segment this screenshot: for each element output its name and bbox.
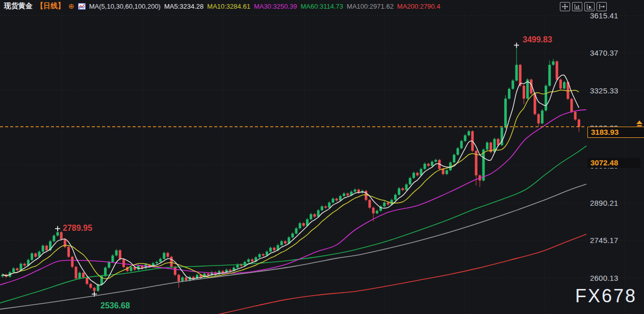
- fx678-watermark: FX678: [575, 285, 637, 307]
- y-axis-label: 2890.21: [590, 199, 631, 207]
- y-axis-label: 2600.13: [590, 274, 631, 282]
- ma10-value: MA10:3284.61: [207, 3, 250, 10]
- ma5-value: MA5:3234.28: [164, 3, 203, 10]
- axis-bars-icon[interactable]: [572, 2, 582, 11]
- extreme-price-annotation: 3499.83: [523, 35, 552, 44]
- ma-settings-label: MA(5,10,30,60,100,200): [89, 3, 161, 10]
- ma10-line: [3, 90, 579, 278]
- chart-header: 现货黄金 【日线】 ⊕ MA(5,10,30,60,100,200) MA5:3…: [0, 0, 644, 12]
- ma100-value: MA100:2971.62: [347, 3, 394, 10]
- y-axis-label: 3615.41: [590, 11, 631, 20]
- mini-chart-icon[interactable]: [78, 3, 86, 10]
- extreme-price-annotation: 2789.95: [63, 224, 92, 232]
- extreme-price-annotation: 2536.68: [100, 301, 130, 310]
- ma60-value: MA60:3114.73: [300, 3, 343, 10]
- ma200-line: [218, 234, 586, 314]
- y-axis-label: 3470.37: [590, 49, 631, 57]
- price-alert-icon[interactable]: [635, 119, 643, 129]
- axis-play-icon[interactable]: [584, 2, 595, 11]
- ma30-value: MA30:3250.39: [254, 3, 297, 10]
- candlestick-chart[interactable]: 3499.832789.952536.68: [0, 0, 644, 314]
- y-axis-label: 3325.33: [590, 86, 631, 95]
- ma200-value: MA200:2790.4: [397, 3, 441, 10]
- candlesticks: [2, 45, 580, 294]
- circle-plus-icon[interactable]: ⊕: [68, 3, 74, 10]
- pan-icon[interactable]: [560, 2, 570, 11]
- chart-toolbar: [560, 2, 607, 11]
- y-axis-label: 2745.17: [590, 236, 631, 245]
- price-level-label: 3072.48: [587, 158, 640, 168]
- ma30-line: [0, 110, 586, 285]
- gridlines: [0, 13, 644, 314]
- period-label: 【日线】: [36, 2, 65, 11]
- ma5-line: [3, 75, 579, 285]
- symbol-name: 现货黄金: [4, 2, 33, 11]
- gold-daily-chart-window: 3499.832789.952536.68 现货黄金 【日线】 ⊕ MA(5,1…: [0, 0, 644, 314]
- exit-right-icon[interactable]: [597, 2, 607, 11]
